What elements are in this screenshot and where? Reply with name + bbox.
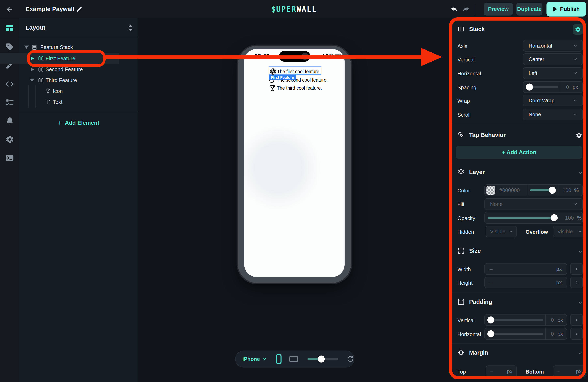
margin-collapse-chevron[interactable] (578, 351, 583, 356)
horizontal-label: Horizontal (457, 70, 481, 77)
color-control[interactable]: #000000 100 % (484, 184, 583, 196)
rail-notifications-icon[interactable] (0, 114, 19, 128)
color-hex-value: #000000 (499, 187, 527, 193)
chevron-down-icon (578, 229, 582, 234)
zoom-slider[interactable] (308, 358, 338, 360)
color-alpha-knob[interactable] (549, 187, 556, 194)
opacity-slider[interactable] (488, 212, 560, 224)
tap-settings-icon[interactable] (575, 132, 582, 139)
opacity-label: Opacity (457, 215, 475, 221)
carrier-label: SW (325, 53, 333, 59)
tree-caret-feature-stack[interactable] (24, 45, 29, 49)
spacing-slider-knob[interactable] (526, 84, 533, 91)
scroll-select[interactable]: None (523, 109, 583, 120)
size-icon (457, 247, 465, 255)
signal-icon (317, 54, 324, 58)
redo-icon[interactable] (462, 5, 470, 13)
rail-checklist-icon[interactable] (0, 95, 19, 109)
overflow-select[interactable]: Visible (553, 226, 586, 237)
padding-vertical-knob[interactable] (487, 317, 495, 324)
chevron-right-icon (574, 280, 579, 285)
fill-select[interactable]: None (484, 198, 583, 210)
hstack-icon (38, 66, 44, 73)
rail-console-icon[interactable] (0, 151, 19, 165)
chevron-right-icon (574, 318, 579, 322)
feature-row-1[interactable]: The first cool feature. (269, 68, 321, 75)
margin-top-label: Top (457, 369, 466, 375)
feature-row-3[interactable]: The third cool feature. (269, 85, 322, 92)
tree-item-text[interactable]: Text (53, 99, 63, 105)
width-expand-button[interactable] (570, 263, 583, 275)
phone-time: 12:45 (250, 53, 274, 60)
padding-horizontal-expand-button[interactable] (570, 328, 583, 340)
color-alpha-slider[interactable] (527, 184, 558, 196)
rail-tags-icon[interactable] (0, 40, 19, 54)
padding-collapse-chevron[interactable] (578, 300, 583, 305)
wrap-select[interactable]: Don't Wrap (523, 95, 583, 106)
overflow-label: Overflow (525, 229, 548, 235)
tap-behavior-header: Tap Behavior (457, 131, 506, 139)
tree-caret-third-feature[interactable] (30, 79, 34, 82)
margin-bottom-input[interactable]: – px (553, 365, 586, 377)
gear-icon (575, 26, 581, 33)
layers-icon (457, 169, 465, 176)
color-swatch[interactable] (486, 186, 495, 195)
tree-item-first-feature[interactable]: First Feature (45, 55, 75, 62)
height-input[interactable]: – px (484, 277, 567, 288)
padding-vertical-expand-button[interactable] (570, 314, 583, 326)
landscape-device-icon[interactable] (289, 356, 298, 362)
tree-guide-line (36, 85, 36, 107)
device-select[interactable]: iPhone (242, 356, 267, 362)
portrait-device-icon[interactable] (276, 354, 282, 364)
plus-icon: + (58, 119, 62, 127)
screen-background-blob (244, 120, 326, 215)
add-element-button[interactable]: + Add Element (19, 115, 138, 131)
width-input[interactable]: – px (484, 263, 567, 275)
chevron-down-icon (508, 229, 513, 234)
rail-layout-icon[interactable] (0, 21, 19, 35)
layer-collapse-chevron[interactable] (578, 170, 583, 176)
add-action-button[interactable]: + Add Action (456, 146, 582, 159)
chevron-down-icon (573, 98, 578, 103)
left-rail (0, 18, 19, 382)
margin-top-input[interactable]: – px (486, 365, 517, 377)
publish-button[interactable]: Publish (546, 2, 586, 17)
panel-divider (19, 112, 138, 112)
refresh-icon[interactable] (347, 355, 354, 363)
tree-item-feature-stack[interactable]: Feature Stack (40, 44, 73, 50)
height-expand-button[interactable] (570, 277, 583, 288)
spacing-control[interactable]: 0 px (523, 81, 583, 93)
preview-button[interactable]: Preview (484, 3, 513, 16)
vertical-select[interactable]: Center (523, 53, 583, 65)
chevron-right-icon (574, 331, 579, 336)
padding-horizontal-label: Horizontal (457, 331, 481, 338)
padding-horizontal-slider[interactable] (488, 328, 545, 340)
tree-item-icon[interactable]: Icon (53, 88, 63, 94)
vertical-label: Vertical (457, 57, 475, 63)
rail-code-icon[interactable] (0, 77, 19, 91)
rail-settings-icon[interactable] (0, 132, 19, 147)
hidden-select[interactable]: Visible (486, 226, 517, 237)
axis-select[interactable]: Horizontal (523, 40, 583, 52)
undo-icon[interactable] (450, 5, 458, 13)
tree-caret-second-feature[interactable] (31, 67, 34, 72)
opacity-slider-knob[interactable] (551, 214, 558, 221)
stack-settings-button[interactable] (573, 24, 583, 35)
zoom-slider-knob[interactable] (317, 356, 325, 363)
horizontal-select[interactable]: Left (523, 67, 583, 79)
play-icon (553, 6, 557, 12)
duplicate-button[interactable]: Duplicate (516, 3, 543, 16)
opacity-control[interactable]: 100 % (484, 212, 583, 224)
spacing-slider[interactable] (526, 81, 560, 93)
sort-icon[interactable] (128, 24, 133, 31)
padding-horizontal-control[interactable]: 0 px (484, 328, 567, 340)
color-alpha-value: 100 (562, 187, 571, 193)
tree-item-second-feature[interactable]: Second Feature (45, 66, 83, 73)
padding-vertical-slider[interactable] (488, 314, 545, 326)
padding-vertical-control[interactable]: 0 px (484, 314, 567, 326)
tree-caret-first-feature[interactable] (31, 56, 34, 61)
cursor-click-icon (457, 131, 465, 139)
tree-item-third-feature[interactable]: Third Feature (45, 77, 77, 84)
size-collapse-chevron[interactable] (578, 249, 583, 255)
padding-horizontal-knob[interactable] (487, 330, 495, 338)
